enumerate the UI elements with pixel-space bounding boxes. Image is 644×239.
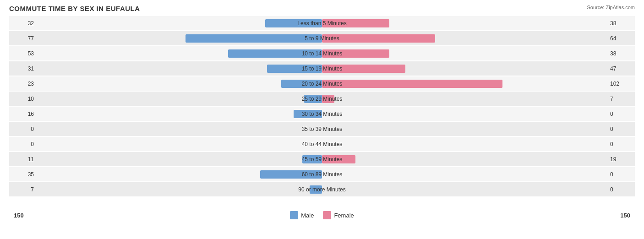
chart-row: 7 90 or more Minutes 0 [9, 182, 635, 196]
axis-right-label: 150 [620, 212, 630, 219]
female-value: 0 [607, 126, 635, 132]
bar-male [265, 19, 322, 27]
chart-row: 53 10 to 14 Minutes 38 [9, 46, 635, 60]
female-value: 0 [607, 186, 635, 193]
bar-female [322, 95, 334, 103]
female-value: 38 [607, 20, 635, 27]
male-value: 11 [9, 156, 37, 163]
bars-wrapper: 40 to 44 Minutes [37, 137, 607, 151]
bar-male [281, 80, 322, 88]
left-bar-container [37, 18, 322, 28]
right-bar-container [322, 139, 607, 149]
bars-wrapper: 20 to 24 Minutes [37, 76, 607, 91]
male-value: 0 [9, 141, 37, 147]
female-value: 0 [607, 171, 635, 178]
bars-wrapper: 35 to 39 Minutes [37, 122, 607, 136]
right-bar-container [322, 79, 607, 89]
source-text: Source: ZipAtlas.com [587, 5, 635, 10]
chart-title: COMMUTE TIME BY SEX IN EUFAULA [9, 5, 635, 12]
male-value: 16 [9, 111, 37, 117]
bar-male [267, 65, 322, 73]
left-bar-container [37, 109, 322, 119]
bar-male [304, 95, 322, 103]
chart-row: 11 45 to 59 Minutes 19 [9, 152, 635, 166]
bar-female [322, 19, 389, 27]
male-value: 77 [9, 35, 37, 42]
bar-male [186, 34, 322, 43]
bars-wrapper: 30 to 34 Minutes [37, 107, 607, 121]
male-label: Male [301, 212, 314, 219]
bars-wrapper: 25 to 29 Minutes [37, 92, 607, 106]
chart-row: 23 20 to 24 Minutes 102 [9, 76, 635, 91]
chart-row: 16 30 to 34 Minutes 0 [9, 107, 635, 121]
left-bar-container [37, 33, 322, 43]
female-value: 64 [607, 35, 635, 42]
right-bar-container [322, 94, 607, 104]
bar-female [322, 80, 502, 88]
bar-male [302, 155, 322, 163]
bar-female [322, 49, 389, 58]
axis-left-label: 150 [14, 212, 24, 219]
bar-female [322, 65, 405, 73]
right-bar-container [322, 185, 607, 195]
male-value: 35 [9, 171, 37, 178]
female-value: 102 [607, 81, 635, 87]
chart-row: 31 15 to 19 Minutes 47 [9, 61, 635, 76]
right-bar-container [322, 33, 607, 43]
chart-area: 32 Less than 5 Minutes 38 77 [9, 16, 635, 208]
chart-row: 35 60 to 89 Minutes 0 [9, 167, 635, 181]
bar-male [228, 49, 322, 58]
left-bar-container [37, 154, 322, 164]
right-bar-container [322, 124, 607, 134]
left-bar-container [37, 139, 322, 149]
left-bar-container [37, 169, 322, 179]
right-bar-container [322, 169, 607, 179]
male-value: 53 [9, 50, 37, 57]
chart-row: 0 40 to 44 Minutes 0 [9, 137, 635, 151]
bars-wrapper: 45 to 59 Minutes [37, 152, 607, 166]
bar-female [322, 34, 435, 43]
right-bar-container [322, 18, 607, 28]
chart-row: 77 5 to 9 Minutes 64 [9, 31, 635, 45]
female-swatch [323, 211, 331, 219]
legend-item-male: Male [290, 211, 314, 219]
bars-wrapper: 15 to 19 Minutes [37, 61, 607, 76]
bars-wrapper: 90 or more Minutes [37, 182, 607, 196]
right-bar-container [322, 64, 607, 74]
left-bar-container [37, 49, 322, 59]
male-value: 0 [9, 126, 37, 132]
bar-male [294, 110, 322, 118]
bar-female [322, 155, 355, 163]
legend-items: Male Female [290, 211, 354, 219]
male-value: 32 [9, 20, 37, 27]
male-value: 10 [9, 96, 37, 102]
male-value: 7 [9, 186, 37, 193]
chart-container: COMMUTE TIME BY SEX IN EUFAULA Source: Z… [0, 0, 644, 239]
female-value: 7 [607, 96, 635, 102]
legend-area: 150 Male Female 150 [9, 211, 635, 219]
female-value: 38 [607, 50, 635, 57]
male-value: 31 [9, 65, 37, 72]
female-value: 0 [607, 141, 635, 147]
left-bar-container [37, 185, 322, 195]
female-label: Female [334, 212, 354, 219]
bar-male [310, 185, 322, 194]
right-bar-container [322, 109, 607, 119]
chart-row: 10 25 to 29 Minutes 7 [9, 92, 635, 106]
male-swatch [290, 211, 298, 219]
left-bar-container [37, 94, 322, 104]
chart-row: 32 Less than 5 Minutes 38 [9, 16, 635, 30]
bars-wrapper: 10 to 14 Minutes [37, 46, 607, 60]
right-bar-container [322, 154, 607, 164]
left-bar-container [37, 124, 322, 134]
bars-wrapper: 60 to 89 Minutes [37, 167, 607, 181]
female-value: 0 [607, 111, 635, 117]
bars-wrapper: Less than 5 Minutes [37, 16, 607, 30]
right-bar-container [322, 49, 607, 59]
left-bar-container [37, 79, 322, 89]
female-value: 47 [607, 65, 635, 72]
bars-wrapper: 5 to 9 Minutes [37, 31, 607, 45]
legend-item-female: Female [323, 211, 354, 219]
bar-male [260, 170, 322, 179]
chart-row: 0 35 to 39 Minutes 0 [9, 122, 635, 136]
